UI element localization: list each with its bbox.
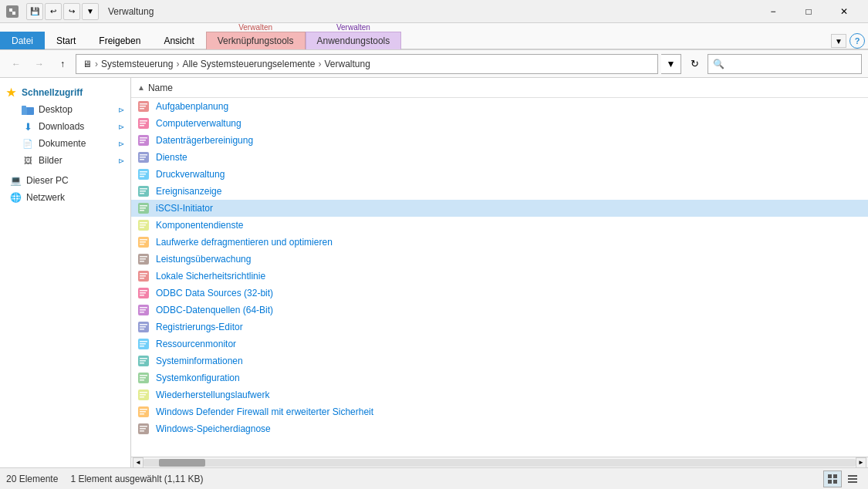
- pin-icon-desktop: ⊳: [118, 106, 124, 114]
- back-button[interactable]: ←: [6, 54, 26, 74]
- file-name: ODBC-Datenquellen (64-Bit): [156, 305, 273, 315]
- qat-save-button[interactable]: 💾: [26, 3, 43, 20]
- file-item[interactable]: iSCSI-Initiator: [131, 200, 868, 217]
- ribbon-collapse-button[interactable]: ▼: [831, 34, 846, 48]
- file-item[interactable]: Lokale Sicherheitsrichtlinie: [131, 268, 868, 285]
- file-item[interactable]: ODBC Data Sources (32-bit): [131, 285, 868, 302]
- ribbon-right: ▼ ?: [831, 33, 868, 49]
- help-button[interactable]: ?: [849, 33, 865, 49]
- tab-anwendungstools[interactable]: Anwendungstools: [306, 32, 402, 49]
- svg-rect-8: [140, 106, 146, 107]
- scroll-left-button[interactable]: ◄: [133, 457, 144, 468]
- titlebar-left: 💾 ↩ ↪ ▼ Verwaltung: [6, 3, 154, 20]
- quick-access-toolbar: 💾 ↩ ↪ ▼: [26, 3, 99, 20]
- pin-icon-downloads: ⊳: [118, 123, 124, 131]
- search-box[interactable]: [708, 54, 862, 74]
- sidebar-item-bilder[interactable]: 🖼 Bilder ⊳: [0, 152, 130, 169]
- sidebar-label-bilder: Bilder: [39, 155, 62, 166]
- column-header-name[interactable]: Name: [148, 83, 173, 93]
- svg-rect-20: [140, 157, 146, 158]
- window-title: Verwaltung: [108, 6, 154, 17]
- file-item[interactable]: Leistungsüberwachung: [131, 251, 868, 268]
- qat-undo-button[interactable]: ↩: [45, 3, 62, 20]
- search-input[interactable]: [713, 59, 856, 69]
- svg-rect-44: [140, 258, 146, 260]
- minimize-button[interactable]: −: [755, 0, 791, 23]
- file-item[interactable]: Windows Defender Firewall mit erweiterte…: [131, 403, 868, 420]
- file-name: Komponentendienste: [156, 220, 243, 231]
- file-item[interactable]: Ereignisanzeige: [131, 183, 868, 200]
- sidebar: ★ Schnellzugriff Desktop ⊳ ⬇ Downloads ⊳…: [0, 78, 131, 467]
- svg-rect-92: [848, 481, 857, 483]
- up-button[interactable]: ↑: [52, 54, 73, 74]
- file-item[interactable]: Komponentendienste: [131, 217, 868, 234]
- file-item[interactable]: Systemkonfiguration: [131, 369, 868, 386]
- file-item[interactable]: Aufgabenplanung: [131, 98, 868, 115]
- view-grid-button[interactable]: [823, 470, 842, 487]
- pin-icon-bilder: ⊳: [118, 157, 124, 165]
- file-icon: [137, 304, 150, 316]
- file-item[interactable]: Datenträgerbereinigung: [131, 132, 868, 149]
- svg-rect-49: [140, 278, 144, 279]
- scroll-right-button[interactable]: ►: [856, 457, 866, 468]
- file-item[interactable]: Ressourcenmonitor: [131, 336, 868, 352]
- svg-rect-91: [848, 478, 857, 480]
- sidebar-item-dokumente[interactable]: 📄 Dokumente ⊳: [0, 135, 130, 152]
- tab-verknupfungstools[interactable]: Verknüpfungstools: [206, 32, 306, 49]
- file-item[interactable]: Systeminformationen: [131, 352, 868, 369]
- tab-start[interactable]: Start: [45, 32, 87, 49]
- svg-rect-72: [140, 377, 146, 379]
- refresh-button[interactable]: ↻: [684, 54, 704, 74]
- file-item[interactable]: Computerverwaltung: [131, 115, 868, 132]
- file-item[interactable]: Wiederherstellungslaufwerk: [131, 386, 868, 403]
- sidebar-item-netzwerk[interactable]: 🌐 Netzwerk: [0, 189, 130, 206]
- sidebar-item-downloads[interactable]: ⬇ Downloads ⊳: [0, 118, 130, 135]
- scrollbar-track[interactable]: [144, 459, 856, 467]
- tab-freigeben[interactable]: Freigeben: [87, 32, 152, 49]
- svg-rect-12: [140, 123, 146, 124]
- ribbon: Datei Start Freigeben Ansicht Verwalten …: [0, 23, 868, 50]
- svg-rect-16: [140, 140, 146, 141]
- sidebar-item-schnellzugriff[interactable]: ★ Schnellzugriff: [0, 84, 130, 101]
- svg-rect-33: [140, 210, 144, 211]
- file-item[interactable]: Registrierungs-Editor: [131, 319, 868, 336]
- file-name: iSCSI-Initiator: [156, 203, 213, 214]
- sidebar-item-desktop[interactable]: Desktop ⊳: [0, 101, 130, 118]
- file-icon: [137, 287, 150, 299]
- file-item[interactable]: Windows-Speicherdiagnose: [131, 420, 868, 437]
- file-name: Laufwerke defragmentieren und optimieren: [156, 237, 333, 248]
- file-item[interactable]: Dienste: [131, 149, 868, 166]
- svg-rect-28: [140, 191, 146, 192]
- svg-rect-71: [140, 375, 147, 376]
- scrollbar-thumb[interactable]: [159, 459, 205, 467]
- forward-button[interactable]: →: [29, 54, 49, 74]
- horizontal-scrollbar[interactable]: ◄ ►: [131, 457, 868, 467]
- close-button[interactable]: ✕: [826, 0, 862, 23]
- view-list-button[interactable]: [843, 470, 862, 487]
- address-box[interactable]: 🖥 › Systemsteuerung › Alle Systemsteueru…: [76, 54, 658, 74]
- content-area: ▲ Name AufgabenplanungComputerverwaltung…: [131, 78, 868, 467]
- sidebar-item-dieser-pc[interactable]: 💻 Dieser PC: [0, 172, 130, 189]
- file-item[interactable]: Druckverwaltung: [131, 166, 868, 183]
- file-item[interactable]: ODBC-Datenquellen (64-Bit): [131, 302, 868, 319]
- qat-redo-button[interactable]: ↪: [63, 3, 80, 20]
- tab-ansicht[interactable]: Ansicht: [152, 32, 205, 49]
- file-list: AufgabenplanungComputerverwaltungDatentr…: [131, 98, 868, 457]
- svg-rect-60: [140, 326, 146, 328]
- file-icon: [137, 270, 150, 282]
- svg-rect-61: [140, 329, 144, 330]
- path-icon: 🖥: [83, 59, 92, 69]
- tab-datei[interactable]: Datei: [0, 32, 45, 49]
- file-name: ODBC Data Sources (32-bit): [156, 288, 273, 298]
- maximize-button[interactable]: □: [791, 0, 826, 23]
- qat-dropdown-button[interactable]: ▼: [82, 3, 99, 20]
- file-icon: [137, 219, 150, 231]
- svg-rect-1: [9, 8, 12, 12]
- svg-rect-84: [140, 428, 146, 430]
- file-name: Lokale Sicherheitsrichtlinie: [156, 271, 265, 282]
- svg-rect-32: [140, 207, 146, 209]
- file-item[interactable]: Laufwerke defragmentieren und optimieren: [131, 234, 868, 251]
- file-name: Wiederherstellungslaufwerk: [156, 390, 269, 400]
- svg-rect-67: [140, 358, 147, 359]
- address-dropdown-button[interactable]: ▼: [661, 54, 681, 74]
